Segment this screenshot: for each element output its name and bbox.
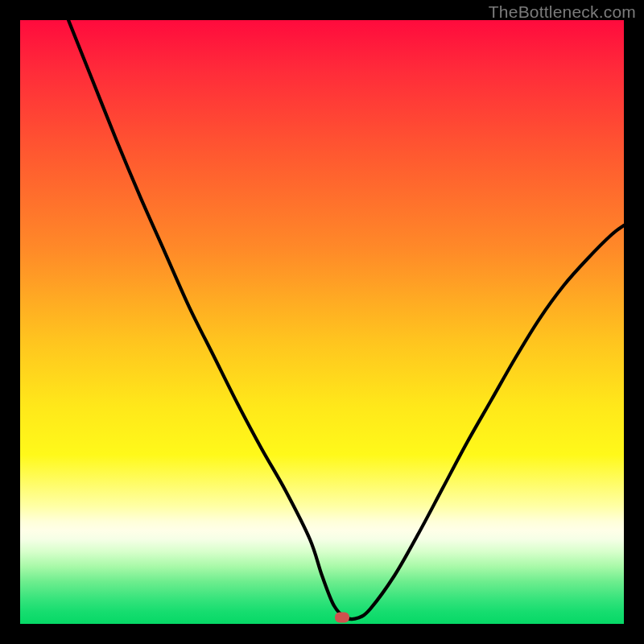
watermark-text: TheBottleneck.com — [489, 2, 636, 22]
optimal-point-marker — [335, 612, 349, 622]
plot-area — [20, 20, 624, 624]
bottleneck-curve-path — [68, 20, 624, 619]
curve-svg — [20, 20, 624, 624]
chart-frame: TheBottleneck.com — [0, 0, 644, 644]
